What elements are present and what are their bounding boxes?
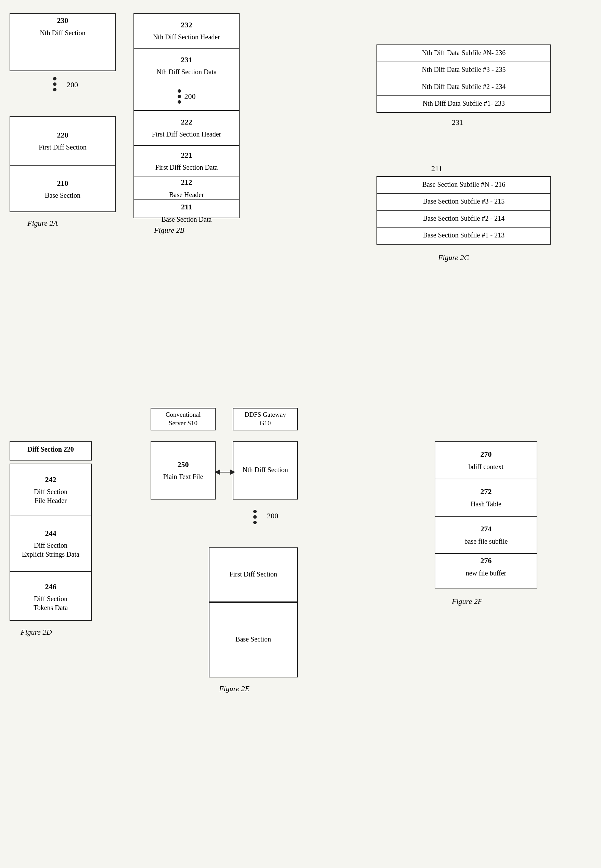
base-2e-label: Base Section <box>209 634 297 646</box>
base-subfile-215: Base Section Subfile #3 - 215 <box>422 196 506 208</box>
box-nth-subfiles: Nth Diff Data Subfile #N- 236 Nth Diff D… <box>377 44 551 113</box>
box-num-212: 212 <box>134 175 239 190</box>
base-subfile-214: Base Section Subfile #2 - 214 <box>422 213 506 225</box>
figure-2a-label: Figure 2A <box>27 219 58 228</box>
box-num-230: 230 <box>10 14 115 28</box>
box-diff-section-detail: 242 Diff SectionFile Header 244 Diff Sec… <box>9 464 92 621</box>
box-first-diff-base-2a: 220 First Diff Section 210 Base Section <box>9 116 116 212</box>
box-num-242: 242 <box>10 473 91 487</box>
box-first-diff-2e: First Diff Section <box>209 547 298 602</box>
arrow-2e <box>216 464 235 481</box>
box-name-242: Diff SectionFile Header <box>10 487 91 507</box>
box-base-2e: Base Section <box>209 602 298 678</box>
box-name-nth-diff-230: Nth Diff Section <box>10 28 115 40</box>
figure-2c-label: Figure 2C <box>438 253 469 262</box>
nth-diff-2e-label: Nth Diff Section <box>233 464 297 476</box>
box-plain-text-250: 250 Plain Text File <box>151 442 216 499</box>
first-diff-2e-label: First Diff Section <box>209 569 297 580</box>
dots-label-2b: 200 <box>185 92 196 101</box>
nth-subfile-233: Nth Diff Data Subfile #1- 233 <box>421 98 506 110</box>
box-name-210: Base Section <box>10 190 115 202</box>
box-nth-diff-section-230: 230 Nth Diff Section <box>9 13 116 71</box>
base-subfile-216: Base Section Subfile #N - 216 <box>421 179 507 191</box>
box-num-270: 270 <box>435 448 537 461</box>
box-num-222: 222 <box>134 115 239 129</box>
box-server-s10: ConventionalServer S10 <box>151 408 216 430</box>
box-name-212: Base Header <box>134 190 239 201</box>
nth-subfile-234: Nth Diff Data Subfile #2 - 234 <box>420 81 507 93</box>
box-num-232: 232 <box>134 18 239 32</box>
box-fig2b-main: 232 Nth Diff Section Header 231 Nth Diff… <box>133 13 239 218</box>
box-name-231: Nth Diff Section Data <box>134 67 239 78</box>
box-name-274: base file subfile <box>435 536 537 548</box>
box-num-231: 231 <box>134 53 239 67</box>
box-num-246: 246 <box>10 580 91 594</box>
box-num-276: 276 <box>435 554 537 568</box>
figure-2f-label: Figure 2F <box>452 597 482 606</box>
box-name-220: First Diff Section <box>10 142 115 154</box>
nth-subfile-235: Nth Diff Data Subfile #3 - 235 <box>420 64 507 76</box>
box-name-222: First Diff Section Header <box>134 129 239 141</box>
box-num-250: 250 <box>151 458 215 472</box>
dots-fig2a <box>53 77 56 91</box>
box-num-220: 220 <box>10 128 115 142</box>
box-gateway-g10: DDFS GatewayG10 <box>233 408 298 430</box>
box-diff-section-220-header: Diff Section 220 <box>9 442 92 460</box>
box-num-272: 272 <box>435 485 537 499</box>
box-num-244: 244 <box>10 527 91 541</box>
box-fig2f-main: 270 bdiff context 272 Hash Table 274 bas… <box>435 442 537 588</box>
diff-section-220-label: Diff Section 220 <box>10 442 91 456</box>
nth-subfile-236: Nth Diff Data Subfile #N- 236 <box>421 47 507 59</box>
box-base-subfiles: Base Section Subfile #N - 216 Base Secti… <box>377 176 551 245</box>
box-num-274: 274 <box>435 522 537 536</box>
dots-fig2e <box>253 510 257 524</box>
box-name-250: Plain Text File <box>151 472 215 483</box>
box-num-221: 221 <box>134 148 239 163</box>
dots-label-2a: 200 <box>67 81 78 89</box>
server-label: ConventionalServer S10 <box>151 408 215 429</box>
box-name-232: Nth Diff Section Header <box>134 32 239 43</box>
base-subfile-213: Base Section Subfile #1 - 213 <box>422 230 506 242</box>
box-num-210: 210 <box>10 177 115 190</box>
label-231-ref: 231 <box>452 118 463 127</box>
figure-2d-label: Figure 2D <box>21 628 52 637</box>
box-nth-diff-2e: Nth Diff Section <box>233 442 298 499</box>
box-name-244: Diff SectionExplicit Strings Data <box>10 540 91 561</box>
label-211-ref: 211 <box>431 164 442 173</box>
box-name-272: Hash Table <box>435 499 537 510</box>
box-name-270: bdiff context <box>435 461 537 473</box>
box-num-211: 211 <box>134 200 239 214</box>
figure-2b-label: Figure 2B <box>154 226 185 235</box>
dots-label-2e: 200 <box>267 512 278 521</box>
box-name-211-2b: Base Section Data <box>134 214 239 226</box>
box-name-221: First Diff Section Data <box>134 162 239 174</box>
box-name-246: Diff SectionTokens Data <box>10 594 91 614</box>
gateway-label: DDFS GatewayG10 <box>233 408 297 429</box>
figure-2e-label: Figure 2E <box>219 684 250 693</box>
box-name-276: new file buffer <box>435 568 537 580</box>
